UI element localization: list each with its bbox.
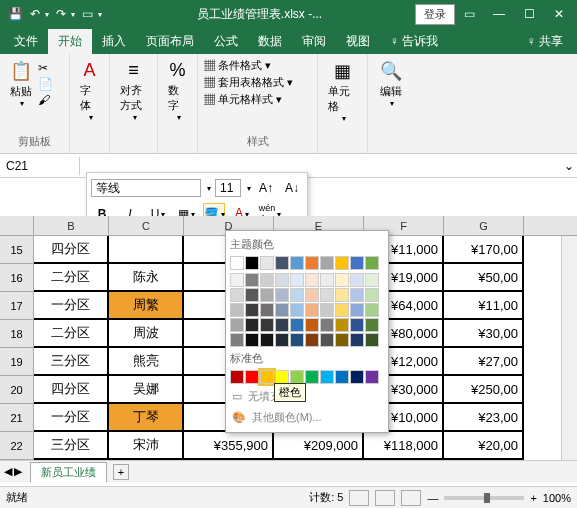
cell[interactable]: 四分区 xyxy=(34,236,109,264)
color-swatch[interactable] xyxy=(290,333,304,347)
color-swatch[interactable] xyxy=(305,256,319,270)
format-painter-icon[interactable]: 🖌 xyxy=(38,93,53,107)
share-button[interactable]: ♀ 共享 xyxy=(517,29,573,54)
zoom-slider[interactable] xyxy=(444,496,524,500)
color-swatch[interactable] xyxy=(350,370,364,384)
row-header[interactable]: 19 xyxy=(0,348,34,376)
color-swatch[interactable] xyxy=(365,303,379,317)
color-swatch[interactable] xyxy=(320,288,334,302)
color-swatch[interactable] xyxy=(245,273,259,287)
cell[interactable]: 宋沛 xyxy=(109,432,184,460)
color-swatch[interactable] xyxy=(260,273,274,287)
color-swatch[interactable] xyxy=(230,303,244,317)
color-swatch[interactable] xyxy=(305,318,319,332)
color-swatch[interactable] xyxy=(275,370,289,384)
no-fill-item[interactable]: ▭无填充(N) xyxy=(230,386,384,407)
cell[interactable]: ¥50,00 xyxy=(444,264,524,292)
color-swatch[interactable] xyxy=(230,370,244,384)
cell[interactable]: 一分区 xyxy=(34,404,109,432)
column-header[interactable]: C xyxy=(109,216,184,235)
increase-font-icon[interactable]: A↑ xyxy=(255,177,277,199)
font-dropdown-icon[interactable]: ▾ xyxy=(207,184,211,193)
normal-view-button[interactable] xyxy=(349,490,369,506)
color-swatch[interactable] xyxy=(305,273,319,287)
cell[interactable]: ¥118,000 xyxy=(364,432,444,460)
color-swatch[interactable] xyxy=(290,318,304,332)
undo-icon[interactable]: ↶▾ xyxy=(30,3,52,25)
color-swatch[interactable] xyxy=(230,273,244,287)
row-header[interactable]: 16 xyxy=(0,264,34,292)
cell[interactable]: ¥209,000 xyxy=(274,432,364,460)
number-group-button[interactable]: %数字▾ xyxy=(164,58,191,124)
color-swatch[interactable] xyxy=(275,256,289,270)
color-swatch[interactable] xyxy=(350,273,364,287)
tab-layout[interactable]: 页面布局 xyxy=(136,29,204,54)
select-all-corner[interactable] xyxy=(0,216,34,235)
page-layout-view-button[interactable] xyxy=(375,490,395,506)
color-swatch[interactable] xyxy=(245,288,259,302)
color-swatch[interactable] xyxy=(305,333,319,347)
cell[interactable]: ¥250,00 xyxy=(444,376,524,404)
color-swatch[interactable] xyxy=(290,256,304,270)
cell[interactable]: 一分区 xyxy=(34,292,109,320)
color-swatch[interactable] xyxy=(245,303,259,317)
color-swatch[interactable] xyxy=(320,318,334,332)
color-swatch[interactable] xyxy=(275,288,289,302)
color-swatch[interactable] xyxy=(245,333,259,347)
cell[interactable]: ¥27,00 xyxy=(444,348,524,376)
font-name-input[interactable] xyxy=(91,179,201,197)
paste-button[interactable]: 📋粘贴▾ xyxy=(6,58,36,110)
zoom-in-button[interactable]: + xyxy=(530,492,536,504)
align-group-button[interactable]: ≡对齐方式▾ xyxy=(116,58,151,124)
color-swatch[interactable] xyxy=(365,370,379,384)
tab-data[interactable]: 数据 xyxy=(248,29,292,54)
color-swatch[interactable] xyxy=(275,333,289,347)
cell[interactable]: 三分区 xyxy=(34,348,109,376)
tab-view[interactable]: 视图 xyxy=(336,29,380,54)
color-swatch[interactable] xyxy=(335,256,349,270)
color-swatch[interactable] xyxy=(335,370,349,384)
tab-file[interactable]: 文件 xyxy=(4,29,48,54)
maximize-icon[interactable]: ☐ xyxy=(515,3,543,25)
minimize-icon[interactable]: — xyxy=(485,3,513,25)
copy-icon[interactable]: 📄 xyxy=(38,77,53,91)
color-swatch[interactable] xyxy=(350,333,364,347)
cell-style-button[interactable]: ▦ 单元格样式 ▾ xyxy=(204,92,311,107)
color-swatch[interactable] xyxy=(350,256,364,270)
conditional-format-button[interactable]: ▦ 条件格式 ▾ xyxy=(204,58,311,73)
ribbon-options-icon[interactable]: ▭ xyxy=(455,3,483,25)
redo-icon[interactable]: ↷▾ xyxy=(56,3,78,25)
zoom-level[interactable]: 100% xyxy=(543,492,571,504)
cell[interactable]: ¥20,00 xyxy=(444,432,524,460)
color-swatch[interactable] xyxy=(230,256,244,270)
tell-me[interactable]: ♀ 告诉我 xyxy=(380,29,448,54)
size-dropdown-icon[interactable]: ▾ xyxy=(247,184,251,193)
color-swatch[interactable] xyxy=(320,333,334,347)
color-swatch[interactable] xyxy=(290,288,304,302)
cell[interactable]: 四分区 xyxy=(34,376,109,404)
more-colors-item[interactable]: 🎨其他颜色(M)... xyxy=(230,407,384,428)
color-swatch[interactable] xyxy=(230,288,244,302)
cut-icon[interactable]: ✂ xyxy=(38,61,53,75)
color-swatch[interactable] xyxy=(305,288,319,302)
cell[interactable]: ¥170,00 xyxy=(444,236,524,264)
color-swatch[interactable] xyxy=(305,303,319,317)
color-swatch[interactable] xyxy=(350,288,364,302)
color-swatch[interactable] xyxy=(335,318,349,332)
cell[interactable]: 三分区 xyxy=(34,432,109,460)
cell[interactable]: 周繁 xyxy=(109,292,184,320)
color-swatch[interactable] xyxy=(335,303,349,317)
cell[interactable]: 陈永 xyxy=(109,264,184,292)
color-swatch[interactable] xyxy=(230,318,244,332)
column-header[interactable]: G xyxy=(444,216,524,235)
color-swatch[interactable] xyxy=(260,303,274,317)
column-header[interactable]: B xyxy=(34,216,109,235)
decrease-font-icon[interactable]: A↓ xyxy=(281,177,303,199)
cell[interactable] xyxy=(109,236,184,264)
color-swatch[interactable] xyxy=(260,318,274,332)
font-group-button[interactable]: A字体▾ xyxy=(76,58,103,124)
name-box[interactable]: C21 xyxy=(0,157,80,175)
editing-group-button[interactable]: 🔍编辑▾ xyxy=(374,58,408,110)
color-swatch[interactable] xyxy=(260,370,274,384)
row-header[interactable]: 18 xyxy=(0,320,34,348)
